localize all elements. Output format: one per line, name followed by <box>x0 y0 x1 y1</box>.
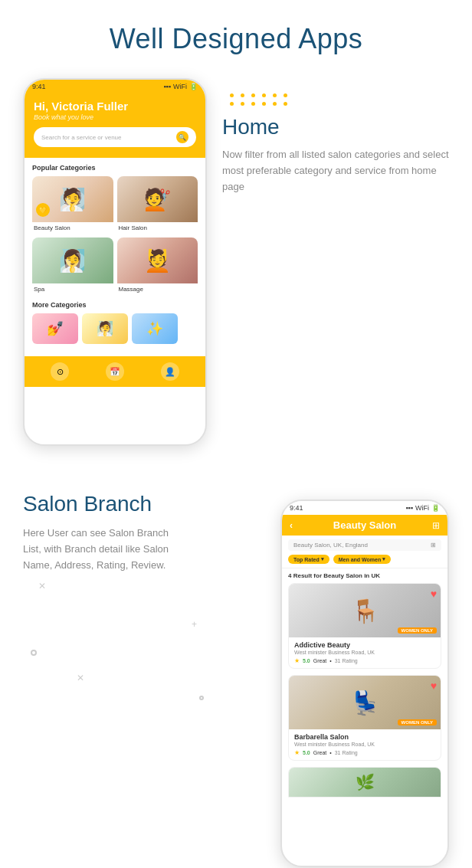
dot-separator-2: • <box>329 750 331 755</box>
phone-header: Hi, Victoria Fuller Book what you love S… <box>25 93 205 158</box>
deco-x-1: ✕ <box>38 581 46 591</box>
nav-profile-icon[interactable]: 👤 <box>161 362 179 381</box>
dot <box>284 102 287 106</box>
facial-image: 🧖 <box>82 313 128 344</box>
salon-address-2: West minister Business Road, UK <box>294 742 435 747</box>
salon-signal-icon: ▪▪▪ <box>405 504 413 512</box>
more-categories-row: 💅 🧖 ✨ <box>32 313 198 344</box>
salon-rating-1: ★ 5.0 Great • 31 Rating <box>294 657 435 664</box>
deco-circle-1 <box>31 650 37 656</box>
dot <box>262 102 266 106</box>
salon-phone-mockup: 9:41 ▪▪▪ WiFi 🔋 ‹ Beauty Salon ⊞ Beauty … <box>280 500 449 867</box>
results-count: 4 Result for Beauty Salon in UK <box>282 568 447 583</box>
filter-top-rated[interactable]: Top Rated ▾ <box>288 555 329 564</box>
heart-icon-1[interactable]: ♥ <box>431 588 437 600</box>
salon-card-barbarella[interactable]: 💺 ♥ WOMEN ONLY Barbarella Salon West min… <box>288 675 441 761</box>
salon-name-1: Addictive Beauty <box>294 641 435 649</box>
nails-image: 💅 <box>32 313 78 344</box>
heart-icon-2[interactable]: ♥ <box>431 680 437 692</box>
home-phone-mockup: 9:41 ▪▪▪ WiFi 🔋 Hi, Victoria Fuller Book… <box>23 78 207 446</box>
salon-card-img-1: 🪑 ♥ WOMEN ONLY <box>289 584 441 637</box>
salon-status-icons: ▪▪▪ WiFi 🔋 <box>405 504 440 512</box>
home-label: Home <box>222 115 449 139</box>
chevron-down-icon-2: ▾ <box>382 556 385 562</box>
popular-categories-title: Popular Categories <box>32 164 198 172</box>
salon-phone-header: ‹ Beauty Salon ⊞ <box>282 515 447 536</box>
more-cat-facial[interactable]: 🧖 <box>82 313 128 344</box>
spa-label: Spa <box>32 283 113 295</box>
category-item-massage[interactable]: Massage <box>117 237 198 295</box>
salon-filter-bar: Beauty Salon, UK, England ⊞ Top Rated ▾ … <box>282 536 447 568</box>
bottom-nav: ⊙ 📅 👤 <box>25 356 205 387</box>
back-icon[interactable]: ‹ <box>290 520 293 531</box>
salon-section: Salon Branch Here User can see Salon Bra… <box>0 469 472 868</box>
salon-status-time: 9:41 <box>290 504 303 512</box>
salon-status-bar: 9:41 ▪▪▪ WiFi 🔋 <box>282 501 447 515</box>
deco-circle-2 <box>199 696 204 700</box>
location-text: Beauty Salon, UK, England <box>293 542 368 549</box>
dot-separator-1: • <box>329 658 331 663</box>
signal-icon: ▪▪▪ <box>163 83 171 90</box>
dot <box>241 93 244 97</box>
salon-badge-2: WOMEN ONLY <box>398 719 437 726</box>
filter-top-rated-label: Top Rated <box>293 557 320 562</box>
more-cat-wax[interactable]: ✨ <box>132 313 178 344</box>
massage-label: Massage <box>117 283 198 295</box>
filter-men-women-label: Men and Women <box>339 557 381 562</box>
search-bar[interactable]: Search for a service or venue 🔍 <box>34 127 196 147</box>
status-time: 9:41 <box>32 83 46 90</box>
salon-card-info-1: Addictive Beauty West minister Business … <box>289 637 441 668</box>
salon-card-partial: 🌿 <box>288 767 441 798</box>
map-icon[interactable]: ⊞ <box>432 520 440 531</box>
search-icon[interactable]: 🔍 <box>176 131 188 143</box>
filter-men-women[interactable]: Men and Women ▾ <box>333 555 391 564</box>
salon-branch-title: Salon Branch <box>23 492 265 516</box>
category-item-hair[interactable]: Hair Salon <box>117 176 198 234</box>
salon-badge-1: WOMEN ONLY <box>398 627 437 634</box>
massage-image <box>117 237 198 283</box>
dot <box>284 93 287 97</box>
rating-value-1: 5.0 <box>303 658 310 663</box>
rating-label-2: Great <box>313 750 327 755</box>
salon-text: Salon Branch Here User can see Salon Bra… <box>23 484 265 634</box>
greeting-name: Hi, Victoria Fuller <box>34 100 196 113</box>
category-grid: 💛 Beauty Salon Hair Salon Spa Massage <box>32 176 198 295</box>
search-placeholder-text: Search for a service or venue <box>41 134 122 141</box>
rating-count-2: 31 Rating <box>335 750 358 755</box>
decoratives: ✕ + ✕ <box>23 573 265 634</box>
salon-battery-icon: 🔋 <box>431 504 440 512</box>
deco-plus-1: + <box>192 619 197 630</box>
category-item-spa[interactable]: Spa <box>32 237 113 295</box>
beauty-badge: 💛 <box>36 203 50 217</box>
home-description: Now filter from all listed salon categor… <box>222 147 449 195</box>
star-icon-2: ★ <box>294 749 300 756</box>
salon-branch-description: Here User can see Salon Branch List, wit… <box>23 526 176 573</box>
more-categories-title: More Categories <box>32 301 198 309</box>
filter-chips: Top Rated ▾ Men and Women ▾ <box>288 555 441 564</box>
more-cat-nails[interactable]: 💅 <box>32 313 78 344</box>
hair-image <box>117 176 198 222</box>
wifi-icon: WiFi <box>173 83 187 90</box>
dots-decoration <box>230 93 449 106</box>
dot <box>251 93 255 97</box>
salon-card-img-2: 💺 ♥ WOMEN ONLY <box>289 676 441 729</box>
home-section: 9:41 ▪▪▪ WiFi 🔋 Hi, Victoria Fuller Book… <box>0 70 472 469</box>
nav-calendar-icon[interactable]: 📅 <box>106 362 124 381</box>
salon-card-addictive[interactable]: 🪑 ♥ WOMEN ONLY Addictive Beauty West min… <box>288 583 441 669</box>
dot <box>230 102 234 106</box>
salon-card-info-2: Barbarella Salon West minister Business … <box>289 729 441 760</box>
category-item-beauty[interactable]: 💛 Beauty Salon <box>32 176 113 234</box>
page-title: Well Designed Apps <box>0 0 472 70</box>
dot <box>273 93 277 97</box>
rating-label-1: Great <box>313 658 327 663</box>
phone-content: Popular Categories 💛 Beauty Salon Hair S… <box>25 158 205 356</box>
wax-image: ✨ <box>132 313 178 344</box>
chevron-down-icon: ▾ <box>321 556 324 562</box>
nav-home-icon[interactable]: ⊙ <box>51 362 69 381</box>
dot <box>251 102 255 106</box>
location-icon: ⊞ <box>431 542 436 549</box>
salon-address-1: West minister Business Road, UK <box>294 650 435 655</box>
location-bar: Beauty Salon, UK, England ⊞ <box>288 539 441 551</box>
greeting-subtitle: Book what you love <box>34 113 196 121</box>
spa-image <box>32 237 113 283</box>
